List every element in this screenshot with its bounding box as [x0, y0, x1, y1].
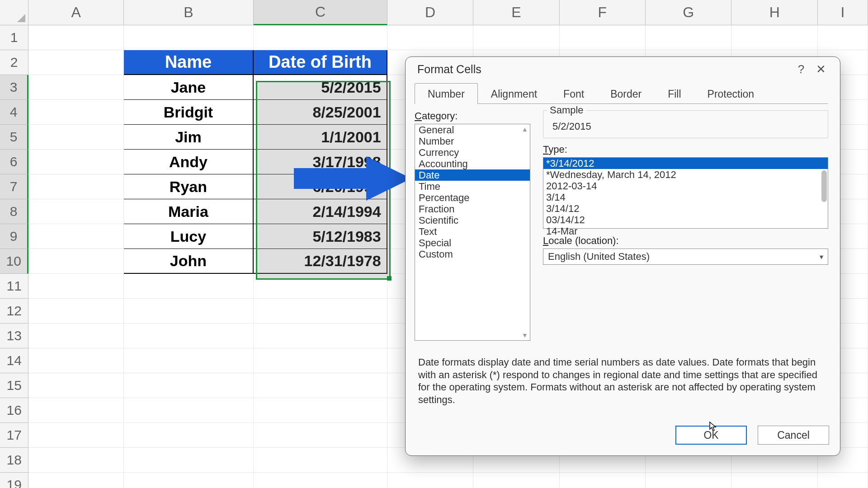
scroll-down-icon[interactable]: ▼	[520, 330, 530, 340]
cell-C18[interactable]	[254, 448, 387, 473]
cell-B19[interactable]	[124, 473, 254, 488]
cell-B14[interactable]	[124, 348, 254, 373]
tab-border[interactable]: Border	[597, 83, 655, 104]
cell-B12[interactable]	[124, 299, 254, 324]
cell-A7[interactable]	[28, 174, 123, 199]
category-list[interactable]: ▲ GeneralNumberCurrencyAccountingDateTim…	[415, 124, 530, 341]
cell-F1[interactable]	[560, 25, 646, 50]
category-item-fraction[interactable]: Fraction	[415, 203, 530, 215]
cell-C1[interactable]	[254, 25, 387, 50]
cell-E19[interactable]	[473, 473, 559, 488]
col-header-A[interactable]: A	[28, 0, 123, 25]
type-item[interactable]: 2012-03-14	[543, 180, 828, 192]
cell-C13[interactable]	[254, 324, 387, 348]
cell-B11[interactable]	[124, 274, 254, 299]
cell-B1[interactable]	[124, 25, 254, 50]
cell-A1[interactable]	[28, 25, 123, 50]
category-item-scientific[interactable]: Scientific	[415, 215, 530, 226]
type-item[interactable]: 3/14	[543, 192, 828, 203]
cell-C5[interactable]: 1/1/2001	[254, 125, 387, 150]
cell-B3[interactable]: Jane	[124, 75, 254, 100]
cell-A12[interactable]	[28, 299, 123, 324]
tab-protection[interactable]: Protection	[694, 83, 768, 104]
cell-B5[interactable]: Jim	[124, 125, 254, 150]
type-item[interactable]: *Wednesday, March 14, 2012	[543, 169, 828, 180]
cell-A3[interactable]	[28, 75, 123, 100]
category-item-accounting[interactable]: Accounting	[415, 158, 530, 169]
row-header-19[interactable]: 19	[0, 473, 28, 488]
cell-H19[interactable]	[731, 473, 817, 488]
row-header-15[interactable]: 15	[0, 373, 28, 398]
cell-C19[interactable]	[254, 473, 387, 488]
cell-B2[interactable]: Name	[124, 50, 254, 75]
cell-F19[interactable]	[560, 473, 646, 488]
cell-B4[interactable]: Bridgit	[124, 100, 254, 125]
close-button[interactable]: ✕	[811, 62, 831, 76]
cell-C2[interactable]: Date of Birth	[254, 50, 387, 75]
cell-C12[interactable]	[254, 299, 387, 324]
type-item[interactable]: *3/14/2012	[543, 158, 828, 169]
cell-A13[interactable]	[28, 324, 123, 348]
category-item-special[interactable]: Special	[415, 237, 530, 249]
locale-select[interactable]: English (United States) ▾	[543, 249, 828, 265]
category-item-date[interactable]: Date	[415, 169, 530, 181]
cell-A10[interactable]	[28, 249, 123, 274]
row-header-18[interactable]: 18	[0, 448, 28, 473]
cell-B13[interactable]	[124, 324, 254, 348]
row-header-3[interactable]: 3	[0, 75, 28, 100]
row-header-6[interactable]: 6	[0, 150, 28, 174]
category-item-percentage[interactable]: Percentage	[415, 192, 530, 203]
cell-A6[interactable]	[28, 150, 123, 174]
cell-G19[interactable]	[646, 473, 731, 488]
col-header-G[interactable]: G	[646, 0, 731, 25]
cell-B18[interactable]	[124, 448, 254, 473]
cell-B6[interactable]: Andy	[124, 150, 254, 174]
tab-alignment[interactable]: Alignment	[478, 83, 550, 104]
cell-A16[interactable]	[28, 398, 123, 423]
cell-C10[interactable]: 12/31/1978	[254, 249, 387, 274]
col-header-C[interactable]: C	[254, 0, 387, 25]
cell-B8[interactable]: Maria	[124, 199, 254, 224]
cell-A9[interactable]	[28, 224, 123, 249]
row-header-12[interactable]: 12	[0, 299, 28, 324]
cell-C11[interactable]	[254, 274, 387, 299]
cell-C6[interactable]: 3/17/1998	[254, 150, 387, 174]
cell-A11[interactable]	[28, 274, 123, 299]
row-header-7[interactable]: 7	[0, 174, 28, 199]
category-item-number[interactable]: Number	[415, 136, 530, 147]
help-button[interactable]: ?	[791, 62, 811, 76]
col-header-E[interactable]: E	[473, 0, 559, 25]
tab-font[interactable]: Font	[550, 83, 597, 104]
row-header-14[interactable]: 14	[0, 348, 28, 373]
col-header-F[interactable]: F	[560, 0, 646, 25]
cell-A19[interactable]	[28, 473, 123, 488]
row-header-8[interactable]: 8	[0, 199, 28, 224]
type-item[interactable]: 03/14/12	[543, 214, 828, 225]
row-header-4[interactable]: 4	[0, 100, 28, 125]
cell-B17[interactable]	[124, 423, 254, 448]
tab-fill[interactable]: Fill	[655, 83, 694, 104]
type-item[interactable]: 3/14/12	[543, 203, 828, 214]
cell-A15[interactable]	[28, 373, 123, 398]
cell-I1[interactable]	[818, 25, 868, 50]
cell-C14[interactable]	[254, 348, 387, 373]
row-header-16[interactable]: 16	[0, 398, 28, 423]
row-header-5[interactable]: 5	[0, 125, 28, 150]
row-header-10[interactable]: 10	[0, 249, 28, 274]
row-header-13[interactable]: 13	[0, 324, 28, 348]
cell-B7[interactable]: Ryan	[124, 174, 254, 199]
row-header-11[interactable]: 11	[0, 274, 28, 299]
col-header-B[interactable]: B	[124, 0, 254, 25]
category-item-text[interactable]: Text	[415, 226, 530, 237]
row-header-1[interactable]: 1	[0, 25, 28, 50]
cell-I19[interactable]	[818, 473, 868, 488]
cell-C8[interactable]: 2/14/1994	[254, 199, 387, 224]
cell-B9[interactable]: Lucy	[124, 224, 254, 249]
type-item[interactable]: 14-Mar	[543, 225, 828, 237]
cell-B10[interactable]: John	[124, 249, 254, 274]
cancel-button[interactable]: Cancel	[758, 426, 829, 445]
cell-B16[interactable]	[124, 398, 254, 423]
cell-A14[interactable]	[28, 348, 123, 373]
type-list[interactable]: *3/14/2012*Wednesday, March 14, 20122012…	[543, 157, 828, 229]
cell-D1[interactable]	[387, 25, 473, 50]
